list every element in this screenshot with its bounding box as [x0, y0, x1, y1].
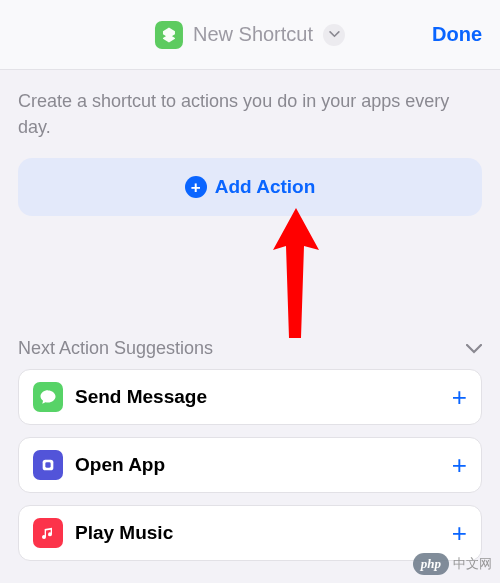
done-button[interactable]: Done: [432, 23, 482, 46]
watermark: php 中文网: [413, 553, 492, 575]
page-title: New Shortcut: [193, 23, 313, 46]
add-suggestion-button[interactable]: +: [452, 382, 467, 413]
chevron-down-icon: [329, 31, 340, 38]
watermark-text: 中文网: [453, 555, 492, 573]
description-text: Create a shortcut to actions you do in y…: [18, 88, 482, 140]
add-action-label: Add Action: [215, 176, 316, 198]
suggestions-title: Next Action Suggestions: [18, 338, 213, 359]
title-menu-chevron[interactable]: [323, 24, 345, 46]
suggestion-open-app[interactable]: Open App +: [18, 437, 482, 493]
suggestion-label: Send Message: [75, 386, 440, 408]
suggestion-send-message[interactable]: Send Message +: [18, 369, 482, 425]
add-suggestion-button[interactable]: +: [452, 518, 467, 549]
chevron-down-icon: [466, 344, 482, 354]
suggestion-label: Play Music: [75, 522, 440, 544]
add-suggestion-button[interactable]: +: [452, 450, 467, 481]
watermark-badge: php: [413, 553, 449, 575]
header-title-group[interactable]: New Shortcut: [155, 21, 345, 49]
music-icon: [33, 518, 63, 548]
open-app-icon: [33, 450, 63, 480]
shortcuts-app-icon: [155, 21, 183, 49]
svg-rect-1: [45, 463, 50, 468]
suggestions-header[interactable]: Next Action Suggestions: [18, 338, 482, 359]
content-area: Create a shortcut to actions you do in y…: [0, 70, 500, 583]
suggestion-label: Open App: [75, 454, 440, 476]
plus-circle-icon: +: [185, 176, 207, 198]
add-action-button[interactable]: + Add Action: [18, 158, 482, 216]
header-bar: New Shortcut Done: [0, 0, 500, 70]
message-icon: [33, 382, 63, 412]
